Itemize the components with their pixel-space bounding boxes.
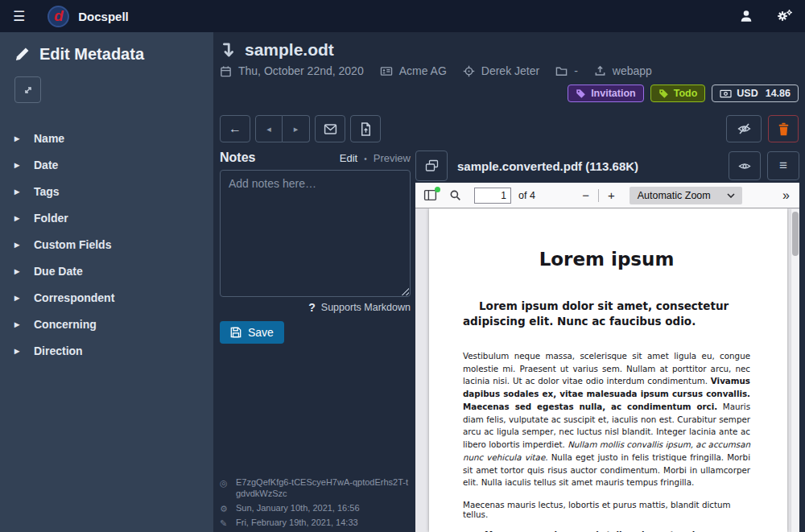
zoom-in-button[interactable]: +	[601, 189, 621, 201]
markdown-hint-link[interactable]: ? Supports Markdown	[308, 301, 411, 314]
file-upload-icon	[360, 122, 372, 136]
question-icon: ?	[308, 301, 316, 314]
item-correspondent: Acme AG	[380, 64, 447, 77]
pdf-scrollbar-thumb[interactable]	[792, 212, 799, 256]
chevron-right-icon: ▸	[294, 124, 299, 134]
tag-icon	[576, 89, 586, 99]
tag-badge-invitation[interactable]: Invitation	[568, 85, 644, 102]
sidebar-item-name[interactable]: ▸Name	[14, 126, 213, 151]
sidebar-item-concerning[interactable]: ▸Concerning	[14, 311, 213, 337]
unconfirm-button[interactable]	[726, 115, 762, 142]
trash-icon	[778, 122, 790, 136]
add-file-button[interactable]	[350, 115, 381, 142]
sidebar-sections: ▸Name ▸Date ▸Tags ▸Folder ▸Custom Fields…	[14, 126, 213, 364]
id-card-icon	[380, 65, 393, 77]
sidebar-item-label: Due Date	[34, 265, 83, 278]
floppy-disk-icon	[230, 327, 242, 338]
pdf-sidebar-toggle-icon[interactable]	[423, 189, 437, 201]
eye-slash-icon	[737, 122, 752, 135]
save-notes-button[interactable]: Save	[220, 321, 284, 344]
sidebar-item-folder[interactable]: ▸Folder	[14, 205, 213, 231]
tag-badge-todo[interactable]: Todo	[650, 85, 706, 102]
item-created-row: ⚙ Sun, January 10th, 2021, 16:56	[220, 502, 411, 515]
next-item-button[interactable]: ▸	[283, 115, 310, 142]
money-bill-icon	[720, 89, 732, 99]
envelope-icon	[324, 123, 337, 135]
caret-right-icon: ▸	[14, 134, 22, 143]
main-panel: sample.odt Thu, October 22nd, 2020 Acme …	[213, 32, 805, 532]
pdf-viewer-toolbar: of 4 − + Automatic Zoom »	[415, 183, 799, 208]
pencil-icon	[14, 47, 30, 62]
item-concerning-person: Derek Jeter	[463, 64, 539, 77]
pdf-more-tools-button[interactable]: »	[782, 188, 791, 203]
caret-right-icon: ▸	[14, 293, 22, 303]
item-id-value: E7zgQefKfg6-tCEScyeH7wA-qptodErhs2T-tgdv…	[236, 476, 411, 500]
sidebar-item-label: Direction	[34, 344, 83, 357]
delete-item-button[interactable]	[768, 115, 799, 142]
caret-right-icon: ▸	[14, 266, 22, 276]
notes-edit-tab[interactable]: Edit	[340, 152, 357, 164]
sidebar-item-custom-fields[interactable]: ▸Custom Fields	[14, 232, 213, 258]
item-updated-value: Fri, February 19th, 2021, 14:33	[236, 517, 358, 530]
item-id-row: ◎ E7zgQefKfg6-tCEScyeH7wA-qptodErhs2T-tg…	[220, 476, 411, 500]
pdf-page-count-label: of 4	[518, 190, 535, 201]
edit-metadata-sidebar: Edit Metadata ▸Name ▸Date ▸Tags ▸Folder …	[0, 32, 213, 532]
docspell-logo: d	[47, 6, 69, 27]
currency-label: USD	[737, 88, 758, 99]
sidebar-item-direction[interactable]: ▸Direction	[14, 338, 213, 364]
logo-letter: d	[54, 8, 64, 23]
pdf-scrollbar-track[interactable]	[791, 209, 799, 532]
sidebar-item-label: Correspondent	[34, 291, 114, 304]
sidebar-item-tags[interactable]: ▸Tags	[14, 179, 213, 204]
notes-title: Notes	[220, 151, 340, 165]
custom-field-badge-usd[interactable]: USD 14.86	[712, 85, 799, 102]
item-updated-row: ✎ Fri, February 19th, 2021, 14:33	[220, 517, 411, 530]
sidebar-item-due-date[interactable]: ▸Due Date	[14, 258, 213, 284]
notes-preview-tab[interactable]: Preview	[374, 152, 411, 164]
markdown-hint-label: Supports Markdown	[321, 302, 411, 313]
dot-separator: •	[364, 155, 367, 163]
pencil-icon: ✎	[220, 517, 229, 530]
bullseye-icon: ◎	[220, 476, 229, 500]
pdf-zoom-controls: − + Automatic Zoom	[576, 187, 742, 204]
hamburger-menu-icon[interactable]: ☰	[13, 10, 25, 23]
tag-badge-label: Invitation	[591, 88, 636, 99]
sidebar-item-label: Date	[34, 159, 58, 171]
attachment-menu-button[interactable]: ≡	[767, 151, 799, 180]
attachment-view-button[interactable]	[729, 151, 761, 180]
settings-gears-icon[interactable]	[776, 9, 792, 23]
toolbar-left-group: ← ◂ ▸	[220, 115, 381, 142]
zoom-level-select[interactable]: Automatic Zoom	[630, 187, 742, 204]
attachment-panel: sample.converted.pdf (113.68K) ≡	[415, 151, 799, 532]
calendar-icon	[220, 65, 232, 77]
notes-spacer	[220, 344, 411, 474]
caret-right-icon: ▸	[14, 187, 22, 196]
notes-input[interactable]	[220, 170, 411, 297]
chevron-left-icon: ◂	[266, 124, 271, 134]
eye-icon	[737, 160, 752, 172]
send-mail-button[interactable]	[315, 115, 345, 142]
attachment-select-button[interactable]	[415, 151, 448, 181]
pdf-doc-title: Lorem ipsum	[463, 249, 750, 270]
previous-item-button[interactable]: ◂	[255, 115, 283, 142]
document-meta-row: Thu, October 22nd, 2020 Acme AG Derek Je…	[220, 64, 805, 77]
pdf-search-icon[interactable]	[449, 189, 461, 201]
user-account-icon[interactable]	[739, 9, 753, 23]
attachment-filename: sample.converted.pdf (113.68K)	[457, 159, 722, 173]
sidebar-item-label: Tags	[34, 185, 60, 198]
sidebar-item-date[interactable]: ▸Date	[14, 152, 213, 178]
pdf-viewer-content: Lorem ipsum Lorem ipsum dolor sit amet, …	[415, 208, 799, 532]
sidebar-item-label: Concerning	[34, 318, 97, 331]
pdf-page-number-input[interactable]	[474, 188, 511, 204]
document-title-row: sample.odt	[220, 40, 805, 60]
sidebar-item-correspondent[interactable]: ▸Correspondent	[14, 285, 213, 311]
content-row: Notes Edit • Preview ? Supports Markdown…	[220, 151, 805, 532]
caret-right-icon: ▸	[14, 320, 22, 329]
notes-header: Notes Edit • Preview	[220, 151, 411, 165]
item-concerning-label: Derek Jeter	[481, 64, 539, 77]
expand-sidebar-button[interactable]	[14, 76, 41, 103]
top-bar: ☰ d Docspell	[0, 0, 805, 32]
sidebar-item-label: Name	[34, 132, 64, 145]
zoom-out-button[interactable]: −	[576, 189, 596, 201]
back-button[interactable]: ←	[220, 115, 250, 142]
